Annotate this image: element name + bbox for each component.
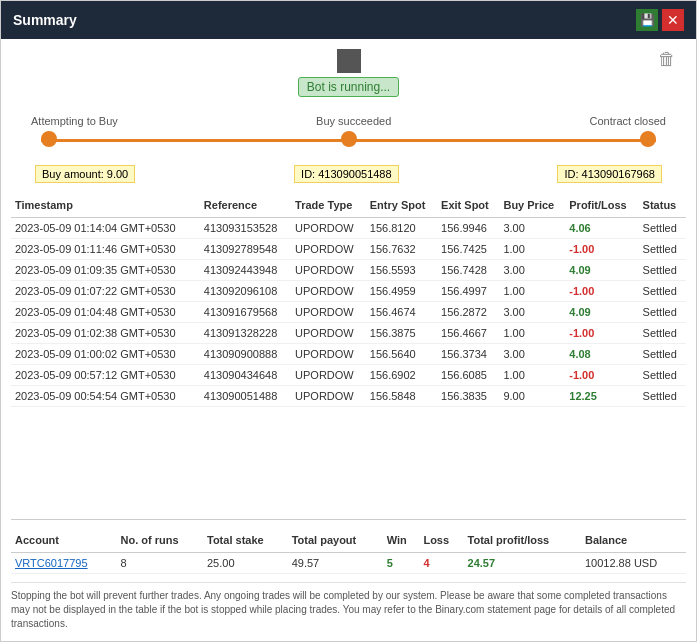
cell-timestamp: 2023-05-09 01:14:04 GMT+0530 — [11, 218, 200, 239]
dot-2 — [341, 131, 357, 147]
cell-entry-spot: 156.7632 — [366, 239, 437, 260]
cell-profit-loss: -1.00 — [565, 281, 638, 302]
progress-area: Attempting to Buy Buy succeeded Contract… — [11, 115, 686, 183]
sum-col-balance: Balance — [581, 528, 686, 553]
window-title: Summary — [13, 12, 77, 28]
summary-total-payout: 49.57 — [288, 553, 383, 574]
sub-label-id-1: ID: 413090051488 — [294, 165, 399, 183]
cell-reference: 413091328228 — [200, 323, 291, 344]
cell-timestamp: 2023-05-09 01:11:46 GMT+0530 — [11, 239, 200, 260]
cell-exit-spot: 156.3835 — [437, 386, 499, 407]
summary-table: Account No. of runs Total stake Total pa… — [11, 528, 686, 574]
cell-entry-spot: 156.5848 — [366, 386, 437, 407]
bot-status-area: Bot is running... 🗑 — [11, 49, 686, 105]
cell-timestamp: 2023-05-09 01:00:02 GMT+0530 — [11, 344, 200, 365]
cell-profit-loss: 12.25 — [565, 386, 638, 407]
trades-tbody: 2023-05-09 01:14:04 GMT+0530 41309315352… — [11, 218, 686, 407]
cell-buy-price: 3.00 — [499, 302, 565, 323]
cell-buy-price: 9.00 — [499, 386, 565, 407]
cell-entry-spot: 156.5593 — [366, 260, 437, 281]
cell-reference: 413090900888 — [200, 344, 291, 365]
cell-timestamp: 2023-05-09 01:04:48 GMT+0530 — [11, 302, 200, 323]
sum-col-win: Win — [383, 528, 420, 553]
cell-exit-spot: 156.4667 — [437, 323, 499, 344]
col-entry-spot: Entry Spot — [366, 193, 437, 218]
cell-status: Settled — [639, 218, 686, 239]
bot-status-badge: Bot is running... — [298, 77, 399, 97]
summary-win: 5 — [383, 553, 420, 574]
close-button[interactable]: ✕ — [662, 9, 684, 31]
col-trade-type: Trade Type — [291, 193, 366, 218]
summary-total-profit: 24.57 — [464, 553, 581, 574]
cell-profit-loss: 4.09 — [565, 260, 638, 281]
cell-status: Settled — [639, 323, 686, 344]
cell-entry-spot: 156.4674 — [366, 302, 437, 323]
table-row: 2023-05-09 01:14:04 GMT+0530 41309315352… — [11, 218, 686, 239]
cell-profit-loss: 4.08 — [565, 344, 638, 365]
cell-profit-loss: -1.00 — [565, 365, 638, 386]
label-attempting: Attempting to Buy — [31, 115, 118, 127]
bot-icon — [337, 49, 361, 73]
cell-trade-type: UPORDOW — [291, 386, 366, 407]
cell-reference: 413091679568 — [200, 302, 291, 323]
trash-icon[interactable]: 🗑 — [658, 49, 676, 69]
titlebar: Summary 💾 ✕ — [1, 1, 696, 39]
cell-timestamp: 2023-05-09 01:02:38 GMT+0530 — [11, 323, 200, 344]
cell-status: Settled — [639, 281, 686, 302]
dot-3 — [640, 131, 656, 147]
sum-col-account: Account — [11, 528, 117, 553]
cell-profit-loss: -1.00 — [565, 239, 638, 260]
sum-col-stake: Total stake — [203, 528, 288, 553]
cell-trade-type: UPORDOW — [291, 239, 366, 260]
cell-status: Settled — [639, 344, 686, 365]
cell-buy-price: 3.00 — [499, 260, 565, 281]
label-buy-succeeded: Buy succeeded — [316, 115, 391, 127]
table-row: 2023-05-09 01:11:46 GMT+0530 41309278954… — [11, 239, 686, 260]
cell-status: Settled — [639, 302, 686, 323]
cell-exit-spot: 156.7428 — [437, 260, 499, 281]
cell-profit-loss: -1.00 — [565, 323, 638, 344]
cell-buy-price: 1.00 — [499, 365, 565, 386]
sum-col-loss: Loss — [419, 528, 463, 553]
cell-status: Settled — [639, 386, 686, 407]
table-row: 2023-05-09 00:57:12 GMT+0530 41309043464… — [11, 365, 686, 386]
cell-reference: 413090434648 — [200, 365, 291, 386]
summary-balance: 10012.88 USD — [581, 553, 686, 574]
cell-reference: 413092443948 — [200, 260, 291, 281]
summary-total-stake: 25.00 — [203, 553, 288, 574]
cell-entry-spot: 156.3875 — [366, 323, 437, 344]
cell-reference: 413093153528 — [200, 218, 291, 239]
table-row: 2023-05-09 01:04:48 GMT+0530 41309167956… — [11, 302, 686, 323]
summary-data-row: VRTC6017795 8 25.00 49.57 5 4 24.57 1001… — [11, 553, 686, 574]
label-contract-closed: Contract closed — [590, 115, 666, 127]
summary-footer: Account No. of runs Total stake Total pa… — [11, 519, 686, 574]
table-row: 2023-05-09 01:00:02 GMT+0530 41309090088… — [11, 344, 686, 365]
summary-account[interactable]: VRTC6017795 — [11, 553, 117, 574]
col-timestamp: Timestamp — [11, 193, 200, 218]
cell-timestamp: 2023-05-09 01:09:35 GMT+0530 — [11, 260, 200, 281]
trades-table-section: Timestamp Reference Trade Type Entry Spo… — [11, 193, 686, 511]
save-button[interactable]: 💾 — [636, 9, 658, 31]
trades-table: Timestamp Reference Trade Type Entry Spo… — [11, 193, 686, 407]
cell-trade-type: UPORDOW — [291, 323, 366, 344]
table-row: 2023-05-09 00:54:54 GMT+0530 41309005148… — [11, 386, 686, 407]
cell-entry-spot: 156.8120 — [366, 218, 437, 239]
col-profit-loss: Profit/Loss — [565, 193, 638, 218]
cell-buy-price: 1.00 — [499, 239, 565, 260]
cell-trade-type: UPORDOW — [291, 218, 366, 239]
cell-status: Settled — [639, 365, 686, 386]
table-header-row: Timestamp Reference Trade Type Entry Spo… — [11, 193, 686, 218]
progress-labels: Attempting to Buy Buy succeeded Contract… — [31, 115, 666, 127]
summary-window: Summary 💾 ✕ Bot is running... 🗑 Attempti… — [0, 0, 697, 642]
cell-timestamp: 2023-05-09 00:57:12 GMT+0530 — [11, 365, 200, 386]
cell-reference: 413090051488 — [200, 386, 291, 407]
cell-trade-type: UPORDOW — [291, 302, 366, 323]
col-reference: Reference — [200, 193, 291, 218]
cell-entry-spot: 156.6902 — [366, 365, 437, 386]
cell-status: Settled — [639, 260, 686, 281]
trash-icon-area[interactable]: 🗑 — [658, 49, 676, 70]
cell-buy-price: 1.00 — [499, 281, 565, 302]
table-row: 2023-05-09 01:07:22 GMT+0530 41309209610… — [11, 281, 686, 302]
progress-bar — [41, 131, 656, 151]
disclaimer: Stopping the bot will prevent further tr… — [11, 582, 686, 631]
